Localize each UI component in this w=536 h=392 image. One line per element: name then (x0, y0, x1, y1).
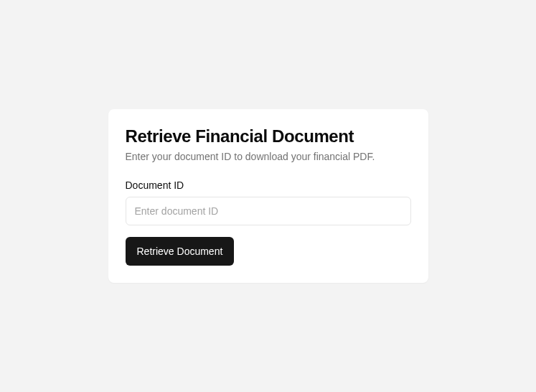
document-id-label: Document ID (126, 179, 411, 191)
retrieve-document-button[interactable]: Retrieve Document (126, 237, 235, 266)
document-retrieval-card: Retrieve Financial Document Enter your d… (108, 109, 428, 283)
document-id-input[interactable] (126, 197, 411, 225)
card-title: Retrieve Financial Document (126, 126, 411, 146)
card-subtitle: Enter your document ID to download your … (126, 151, 411, 162)
